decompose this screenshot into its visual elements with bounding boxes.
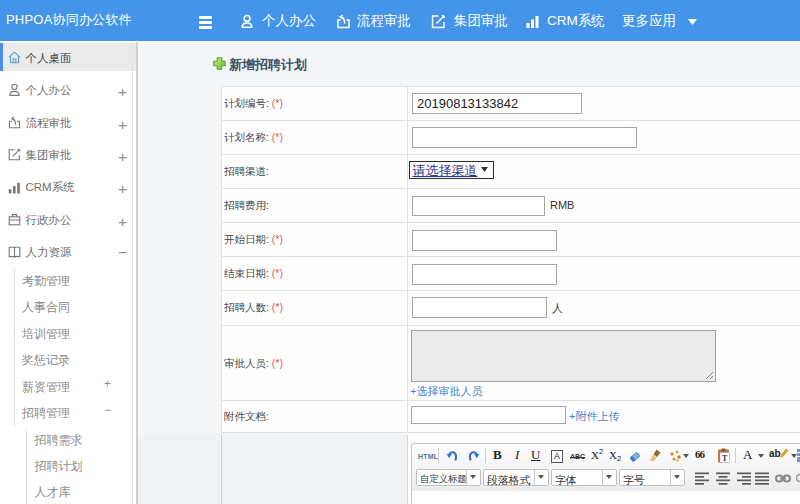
svg-text:T: T — [722, 454, 728, 463]
